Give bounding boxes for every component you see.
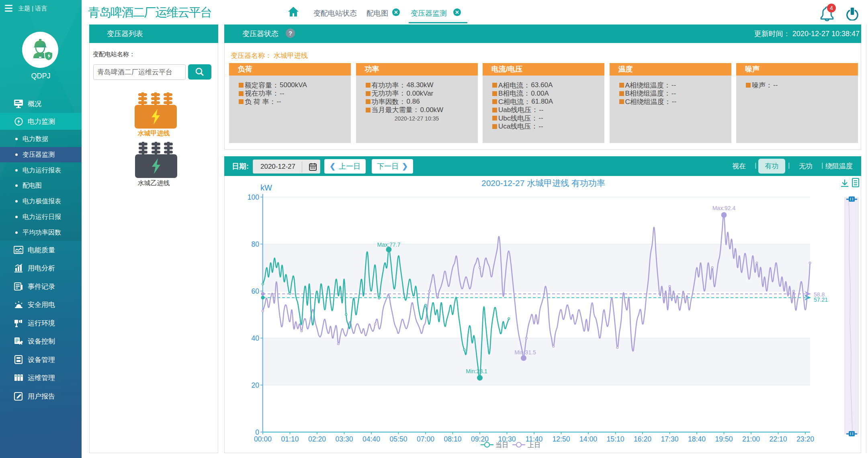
svg-text:12:50: 12:50 <box>553 435 570 443</box>
svg-text:05:50: 05:50 <box>390 435 407 443</box>
svg-text:Max:77.7: Max:77.7 <box>377 241 401 248</box>
svg-text:Max:92.4: Max:92.4 <box>712 205 736 211</box>
svg-text:08:10: 08:10 <box>444 435 462 443</box>
svg-text:当日: 当日 <box>495 442 508 448</box>
svg-text:60: 60 <box>252 287 260 295</box>
svg-text:15:10: 15:10 <box>607 435 624 443</box>
svg-text:01:10: 01:10 <box>281 435 299 443</box>
svg-text:02:20: 02:20 <box>308 435 326 443</box>
svg-text:00:00: 00:00 <box>254 435 272 443</box>
svg-text:16:20: 16:20 <box>634 435 651 443</box>
svg-text:04:40: 04:40 <box>362 435 380 443</box>
svg-text:21:00: 21:00 <box>742 435 760 443</box>
svg-text:03:30: 03:30 <box>336 435 353 443</box>
svg-text:22:10: 22:10 <box>770 435 787 443</box>
svg-text:14:00: 14:00 <box>579 435 597 443</box>
svg-text:kW: kW <box>260 183 272 192</box>
svg-text:Min:23.1: Min:23.1 <box>466 368 487 374</box>
svg-text:80: 80 <box>252 240 260 248</box>
svg-text:上日: 上日 <box>528 442 540 448</box>
svg-text:100: 100 <box>248 193 259 201</box>
svg-text:07:00: 07:00 <box>417 435 434 443</box>
svg-text:20: 20 <box>252 381 260 389</box>
svg-text:18:40: 18:40 <box>688 435 706 443</box>
svg-text:17:30: 17:30 <box>661 435 679 443</box>
svg-text:23:20: 23:20 <box>796 435 814 443</box>
svg-text:57.21: 57.21 <box>814 296 828 303</box>
svg-text:Min:31.5: Min:31.5 <box>514 349 536 356</box>
svg-text:2020-12-27 水城甲进线 有功功率: 2020-12-27 水城甲进线 有功功率 <box>481 178 605 188</box>
svg-text:19:50: 19:50 <box>715 435 733 443</box>
svg-text:40: 40 <box>252 334 260 342</box>
svg-text:09:20: 09:20 <box>471 435 489 443</box>
